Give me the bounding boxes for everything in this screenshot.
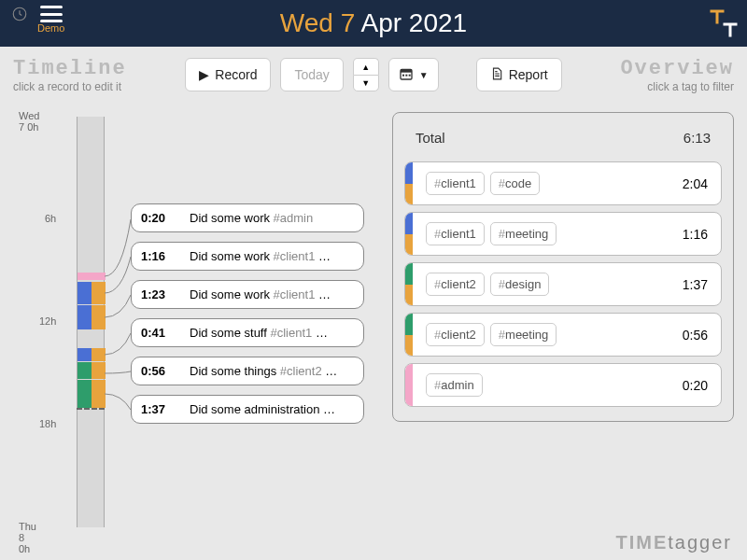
record-duration: 0:41 bbox=[141, 326, 176, 340]
svg-rect-3 bbox=[402, 74, 404, 76]
tag-chip[interactable]: #code bbox=[490, 172, 540, 195]
date-title[interactable]: Wed 7 Apr 2021 bbox=[280, 8, 467, 38]
menu-button[interactable] bbox=[40, 6, 63, 22]
svg-rect-4 bbox=[405, 74, 407, 76]
report-button[interactable]: Report bbox=[476, 58, 562, 91]
overview-row[interactable]: #admin0:20 bbox=[404, 363, 722, 407]
record-desc: Did some work #client1 … bbox=[190, 249, 331, 263]
row-duration: 1:16 bbox=[683, 227, 708, 242]
axis-label: Wed 7 0h bbox=[19, 110, 39, 133]
date-stepper: ▲ ▼ bbox=[353, 58, 379, 91]
record-duration: 1:16 bbox=[141, 249, 176, 263]
tag-chip[interactable]: #meeting bbox=[490, 323, 557, 346]
overview-panel: Total 6:13 #client1#code2:04#client1#mee… bbox=[374, 103, 738, 541]
overview-row[interactable]: #client2#design1:37 bbox=[404, 262, 722, 306]
record-duration: 1:37 bbox=[141, 402, 176, 416]
brand-footer: TIMEtagger bbox=[616, 532, 733, 554]
axis-label: 12h bbox=[39, 315, 56, 327]
app-logo-icon bbox=[710, 7, 738, 43]
clock-icon bbox=[11, 6, 28, 26]
calendar-button[interactable]: ▼ bbox=[388, 58, 439, 91]
row-duration: 0:20 bbox=[683, 378, 708, 393]
tag-chip[interactable]: #client1 bbox=[426, 172, 485, 195]
today-button[interactable]: Today bbox=[280, 58, 343, 91]
row-duration: 1:37 bbox=[683, 277, 708, 292]
app-header: Demo Wed 7 Apr 2021 bbox=[0, 0, 747, 47]
record-desc: Did some work #admin bbox=[190, 211, 313, 225]
record-duration: 0:56 bbox=[141, 364, 176, 378]
timeline-title: Timeline bbox=[13, 57, 127, 80]
step-down-button[interactable]: ▼ bbox=[353, 75, 379, 91]
axis-label: 6h bbox=[45, 213, 56, 224]
overview-row[interactable]: #client1#meeting1:16 bbox=[404, 212, 722, 256]
tag-chip[interactable]: #design bbox=[490, 273, 550, 296]
record-desc: Did some things #client2 … bbox=[190, 364, 337, 378]
tag-chip[interactable]: #client2 bbox=[426, 323, 485, 346]
tag-chip[interactable]: #client1 bbox=[426, 222, 485, 245]
document-icon bbox=[490, 66, 503, 84]
overview-title: Overview bbox=[620, 57, 734, 80]
record-desc: Did some stuff #client1 … bbox=[190, 326, 328, 340]
chevron-down-icon: ▼ bbox=[419, 70, 429, 80]
timeline-subtitle: click a record to edit it bbox=[13, 80, 127, 93]
total-duration: 6:13 bbox=[684, 130, 711, 146]
overview-subtitle: click a tag to filter bbox=[620, 80, 734, 93]
overview-row[interactable]: #client2#meeting0:56 bbox=[404, 313, 722, 357]
record-callout[interactable]: 1:23Did some work #client1 … bbox=[131, 280, 364, 309]
row-duration: 2:04 bbox=[683, 176, 708, 191]
record-callout[interactable]: 0:41Did some stuff #client1 … bbox=[131, 318, 364, 347]
record-desc: Did some administration … bbox=[190, 402, 335, 416]
play-icon: ▶ bbox=[199, 67, 209, 82]
calendar-icon bbox=[399, 66, 414, 84]
record-button[interactable]: ▶Record bbox=[185, 58, 271, 91]
record-callout[interactable]: 1:16Did some work #client1 … bbox=[131, 242, 364, 271]
record-callout[interactable]: 1:37Did some administration … bbox=[131, 395, 364, 424]
overview-row[interactable]: #client1#code2:04 bbox=[404, 161, 722, 205]
tag-chip[interactable]: #client2 bbox=[426, 273, 485, 296]
timeline-panel: Wed 7 0h 6h 12h 18h Thu 8 0h 0:20Did som… bbox=[9, 103, 374, 541]
timeline-track[interactable] bbox=[77, 117, 105, 527]
record-callout[interactable]: 0:56Did some things #client2 … bbox=[131, 357, 364, 385]
tag-chip[interactable]: #meeting bbox=[490, 222, 557, 245]
toolbar: Timeline click a record to edit it ▶Reco… bbox=[0, 47, 747, 103]
record-desc: Did some work #client1 … bbox=[190, 287, 331, 301]
step-up-button[interactable]: ▲ bbox=[353, 58, 379, 75]
row-duration: 0:56 bbox=[683, 328, 708, 343]
svg-rect-5 bbox=[408, 74, 410, 76]
axis-label: 18h bbox=[39, 418, 56, 429]
record-duration: 1:23 bbox=[141, 287, 176, 301]
tag-chip[interactable]: #admin bbox=[426, 373, 483, 397]
svg-rect-2 bbox=[401, 69, 412, 72]
axis-label: Thu 8 0h bbox=[19, 521, 36, 554]
record-callout[interactable]: 0:20Did some work #admin bbox=[131, 203, 364, 232]
total-label: Total bbox=[416, 130, 445, 146]
menu-label: Demo bbox=[37, 22, 64, 34]
record-duration: 0:20 bbox=[141, 211, 176, 225]
